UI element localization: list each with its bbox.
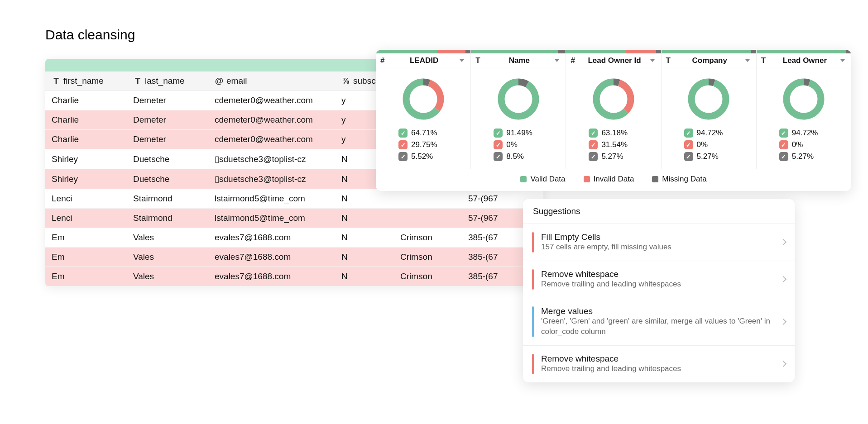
suggestion-accent [532,232,534,252]
bar-valid-seg [662,50,751,53]
table-cell: Charlie [45,130,127,149]
table-cell: Duetsche [127,149,208,169]
suggestion-desc: Remove trailing and leading whitespaces [541,364,774,374]
table-cell: Crimson [394,228,462,248]
table-cell: evales7@1688.com [208,267,335,286]
column-label: email [226,76,247,86]
column-type-icon: @ [215,76,224,86]
table-cell: Stairmond [127,209,208,228]
quality-column: TCompany✓94.72%✓0%✓5.27% [662,50,757,169]
quality-column-header[interactable]: #Lead Owner Id [566,53,661,68]
check-icon: ✓ [494,129,503,138]
donut-wrap [757,68,851,125]
table-cell: N [335,228,394,248]
chevron-down-icon[interactable] [650,59,655,62]
column-header[interactable]: @email [208,71,335,91]
suggestion-title: Merge values [541,306,774,316]
stat-missing: ✓8.5% [494,151,566,162]
table-row[interactable]: EmValesevales7@1688.comNCrimson385-(67 [45,248,543,267]
check-icon: ✓ [398,140,408,149]
check-icon: ✓ [684,140,693,149]
table-row[interactable]: LenciStairmondlstairmond5@time_comN57-(9… [45,189,543,209]
table-cell: Shirley [45,169,127,189]
table-cell: Crimson [394,248,462,267]
table-cell: lstairmond5@time_com [208,189,335,209]
table-row[interactable]: LenciStairmondlstairmond5@time_comN57-(9… [45,209,543,228]
quality-stats: ✓63.18%✓31.54%✓5.27% [566,125,661,169]
chevron-right-icon[interactable] [780,361,786,367]
table-cell: Charlie [45,110,127,130]
stat-missing: ✓5.27% [589,151,661,162]
column-label: last_name [145,76,185,86]
suggestion-item[interactable]: Remove whitespaceRemove trailing and lea… [523,346,795,382]
legend-valid: Valid Data [520,175,565,184]
table-cell: Vales [127,267,208,286]
table-cell: Demeter [127,91,208,110]
donut-wrap [471,68,566,125]
suggestion-text: Remove whitespaceRemove trailing and lea… [541,269,774,290]
quality-column-header[interactable]: TLead Owner [757,53,851,68]
check-icon: ✓ [589,152,598,161]
donut-chart-icon [781,76,826,122]
table-cell: Crimson [394,267,462,286]
column-header[interactable]: Tfirst_name [45,71,127,91]
donut-chart-icon [686,76,731,122]
swatch-missing [652,176,658,182]
table-cell: lstairmond5@time_com [208,209,335,228]
suggestions-panel: Suggestions Fill Empty Cells157 cells ar… [523,199,795,382]
chevron-down-icon[interactable] [555,59,559,62]
suggestion-item[interactable]: Merge values'Green', 'Gren' and 'green' … [523,298,795,346]
stat-invalid: ✓0% [779,139,851,151]
bar-invalid-seg [437,50,465,53]
table-row[interactable]: EmValesevales7@1688.comNCrimson385-(67 [45,267,543,286]
chevron-down-icon[interactable] [460,59,464,62]
table-cell: Em [45,228,127,248]
column-type-icon: # [380,56,388,65]
bar-valid-seg [376,50,437,53]
column-type-icon: T [761,56,769,65]
donut-chart-icon [496,76,541,122]
column-type-icon: T [52,76,61,86]
check-icon: ✓ [398,129,408,138]
legend-invalid: Invalid Data [584,175,634,184]
quality-bar [757,50,851,53]
suggestion-item[interactable]: Remove whitespaceRemove trailing and lea… [523,261,795,298]
legend-invalid-label: Invalid Data [594,175,634,184]
check-icon: ✓ [398,152,408,161]
bar-valid-seg [757,50,846,53]
table-row[interactable]: EmValesevales7@1688.comNCrimson385-(67 [45,228,543,248]
svg-point-5 [501,82,536,116]
suggestion-text: Fill Empty Cells157 cells are empty, fil… [541,232,774,252]
quality-column-name: Lead Owner [769,56,840,65]
column-type-icon: T [475,56,484,65]
suggestion-desc: Remove trailing and leading whitespaces [541,279,774,290]
column-type-icon: T [133,76,142,86]
check-icon: ✓ [779,129,788,138]
quality-bar [662,50,756,53]
stat-invalid: ✓29.75% [398,139,470,151]
suggestion-accent [532,354,534,374]
chevron-down-icon[interactable] [840,59,845,62]
quality-column-header[interactable]: TName [471,53,566,68]
table-cell: Lenci [45,189,127,209]
quality-stats: ✓91.49%✓0%✓8.5% [471,125,566,169]
suggestion-desc: 157 cells are empty, fill missing values [541,242,774,252]
quality-column: TName✓91.49%✓0%✓8.5% [471,50,566,169]
suggestion-item[interactable]: Fill Empty Cells157 cells are empty, fil… [523,224,795,261]
column-header[interactable]: Tlast_name [127,71,208,91]
quality-column-header[interactable]: #LEADID [376,53,470,68]
quality-column-name: Lead Owner Id [579,56,650,65]
table-cell: ▯sduetsche3@toplist-cz [208,169,335,189]
table-cell: cdemeter0@weather.com [208,110,335,130]
chevron-right-icon[interactable] [780,319,786,325]
quality-column-header[interactable]: TCompany [662,53,756,68]
chevron-right-icon[interactable] [780,239,786,245]
column-type-icon: # [571,56,579,65]
table-cell: Vales [127,228,208,248]
chevron-right-icon[interactable] [780,276,786,282]
bar-missing-seg [558,50,566,53]
table-cell: Shirley [45,149,127,169]
table-cell: Demeter [127,130,208,149]
chevron-down-icon[interactable] [745,59,750,62]
check-icon: ✓ [589,129,598,138]
